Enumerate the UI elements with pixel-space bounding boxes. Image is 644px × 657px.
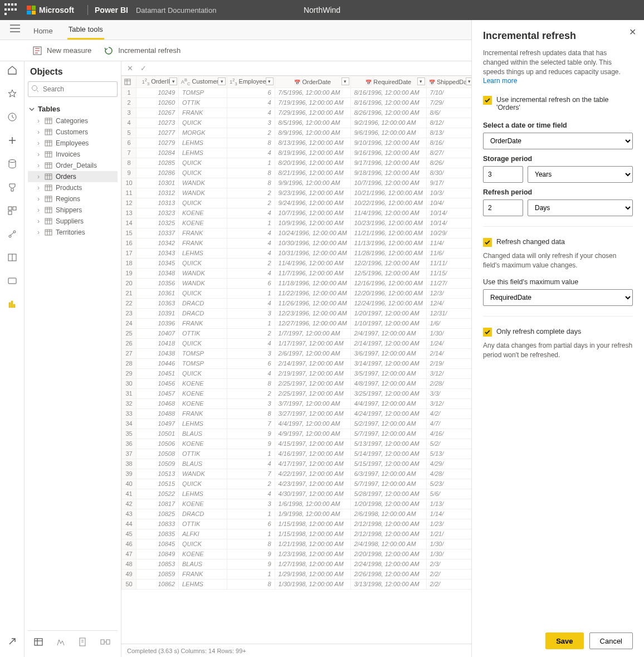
table-row[interactable]: 1910348WANDK411/7/1996, 12:00:00 AM12/5/… bbox=[122, 268, 475, 278]
table-row[interactable]: 4410833OTTIK61/15/1998, 12:00:00 AM2/12/… bbox=[122, 519, 475, 529]
home-icon[interactable] bbox=[7, 65, 18, 76]
column-filter-icon[interactable]: ▾ bbox=[417, 77, 425, 85]
view-table-icon[interactable] bbox=[32, 636, 45, 648]
column-orderid[interactable]: 123 OrderID▾ bbox=[136, 76, 179, 88]
table-row[interactable]: 3910513WANDK74/22/1997, 12:00:00 AM6/3/1… bbox=[122, 469, 475, 479]
column-filter-icon[interactable]: ▾ bbox=[169, 77, 177, 85]
table-row[interactable]: 4610845QUICK81/21/1998, 12:00:00 AM2/4/1… bbox=[122, 539, 475, 549]
table-row[interactable]: 110249TOMSP67/5/1996, 12:00:00 AM8/16/19… bbox=[122, 87, 475, 98]
column-orderdate[interactable]: 📅 OrderDate▾ bbox=[275, 76, 350, 88]
table-row[interactable]: 2110361QUICK111/22/1996, 12:00:00 AM12/2… bbox=[122, 288, 475, 298]
table-row[interactable]: 1310323KOENE410/7/1996, 12:00:00 AM11/4/… bbox=[122, 208, 475, 218]
table-row[interactable]: 2910451QUICK42/19/1997, 12:00:00 AM3/5/1… bbox=[122, 368, 475, 378]
table-customers[interactable]: ›Customers bbox=[28, 126, 118, 138]
table-row[interactable]: 1110312WANDK29/23/1996, 12:00:00 AM10/21… bbox=[122, 188, 475, 198]
goals-icon[interactable] bbox=[7, 182, 18, 193]
popout-icon[interactable] bbox=[7, 636, 18, 647]
column-filter-icon[interactable]: ▾ bbox=[341, 77, 349, 85]
table-row[interactable]: 4010515QUICK24/23/1997, 12:00:00 AM5/7/1… bbox=[122, 479, 475, 489]
table-row[interactable]: 2410396FRANK112/27/1996, 12:00:00 AM1/10… bbox=[122, 318, 475, 328]
table-row[interactable]: 410273QUICK38/5/1996, 12:00:00 AM9/2/199… bbox=[122, 118, 475, 128]
table-row[interactable]: 3710508OTTIK14/16/1997, 12:00:00 AM5/14/… bbox=[122, 449, 475, 459]
table-invoices[interactable]: ›Invoices bbox=[28, 149, 118, 160]
search-input[interactable] bbox=[28, 81, 118, 97]
tab-home[interactable]: Home bbox=[32, 22, 54, 40]
new-measure-button[interactable]: New measure bbox=[32, 46, 91, 56]
view-query-icon[interactable] bbox=[99, 636, 111, 648]
learn-more-link[interactable]: Learn more bbox=[483, 77, 517, 85]
table-row[interactable]: 4110522LEHMS44/30/1997, 12:00:00 AM5/28/… bbox=[122, 489, 475, 499]
table-row[interactable]: 1010301WANDK89/9/1996, 12:00:00 AM10/7/1… bbox=[122, 178, 475, 188]
table-orders[interactable]: ›Orders bbox=[28, 171, 118, 182]
table-row[interactable]: 1810345QUICK211/4/1996, 12:00:00 AM12/2/… bbox=[122, 258, 475, 268]
table-row[interactable]: 1610342FRANK410/30/1996, 12:00:00 AM11/1… bbox=[122, 238, 475, 248]
table-row[interactable]: 810285QUICK18/20/1996, 12:00:00 AM9/17/1… bbox=[122, 158, 475, 168]
column-requireddate[interactable]: 📅 RequiredDate▾ bbox=[350, 76, 426, 88]
table-employees[interactable]: ›Employees bbox=[28, 138, 118, 149]
table-order_details[interactable]: ›Order_Details bbox=[28, 160, 118, 171]
table-row[interactable]: 3810509BLAUS44/17/1997, 12:00:00 AM5/15/… bbox=[122, 459, 475, 469]
use-incremental-checkbox[interactable] bbox=[483, 96, 492, 105]
table-row[interactable]: 3610506KOENE94/15/1997, 12:00:00 AM5/13/… bbox=[122, 439, 475, 449]
table-row[interactable]: 3110457KOENE22/25/1997, 12:00:00 AM3/25/… bbox=[122, 388, 475, 398]
table-row[interactable]: 2610418QUICK41/17/1997, 12:00:00 AM2/14/… bbox=[122, 338, 475, 348]
table-row[interactable]: 310267FRANK47/29/1996, 12:00:00 AM8/26/1… bbox=[122, 108, 475, 118]
accept-formula-icon[interactable]: ✓ bbox=[138, 64, 148, 72]
table-row[interactable]: 2510407OTTIK21/7/1997, 12:00:00 AM2/4/19… bbox=[122, 328, 475, 338]
datasets-icon[interactable] bbox=[7, 158, 18, 169]
tables-group[interactable]: Tables bbox=[29, 105, 118, 113]
table-row[interactable]: 510277MORGK28/9/1996, 12:00:00 AM9/6/199… bbox=[122, 128, 475, 138]
table-row[interactable]: 3410497LEHMS74/4/1997, 12:00:00 AM5/2/19… bbox=[122, 418, 475, 429]
table-row[interactable]: 610279LEHMS88/13/1996, 12:00:00 AM9/10/1… bbox=[122, 138, 475, 148]
table-row[interactable]: 910286QUICK88/21/1996, 12:00:00 AM9/18/1… bbox=[122, 168, 475, 178]
create-icon[interactable] bbox=[7, 135, 18, 146]
cancel-formula-icon[interactable]: ✕ bbox=[125, 64, 135, 72]
apps-icon[interactable] bbox=[7, 205, 18, 216]
table-row[interactable]: 1710343LEHMS410/31/1996, 12:00:00 AM11/2… bbox=[122, 248, 475, 258]
table-row[interactable]: 3310488FRANK83/27/1997, 12:00:00 AM4/24/… bbox=[122, 408, 475, 418]
refresh-unit-select[interactable]: Days bbox=[528, 199, 633, 216]
table-row[interactable]: 2310391DRACD312/23/1996, 12:00:00 AM1/20… bbox=[122, 308, 475, 318]
cancel-button[interactable]: Cancel bbox=[589, 632, 633, 649]
table-row[interactable]: 3510501BLAUS94/9/1997, 12:00:00 AM5/7/19… bbox=[122, 429, 475, 439]
table-row[interactable]: 1210313QUICK29/24/1996, 12:00:00 AM10/22… bbox=[122, 198, 475, 208]
table-row[interactable]: 4210817KOENE31/6/1998, 12:00:00 AM1/20/1… bbox=[122, 499, 475, 509]
storage-value-input[interactable] bbox=[483, 166, 523, 183]
column-filter-icon[interactable]: ▾ bbox=[266, 77, 274, 85]
table-products[interactable]: ›Products bbox=[28, 182, 118, 193]
save-button[interactable]: Save bbox=[545, 632, 583, 649]
deployment-icon[interactable] bbox=[7, 228, 18, 240]
table-row[interactable]: 2210363DRACD411/26/1996, 12:00:00 AM12/2… bbox=[122, 298, 475, 308]
table-row[interactable]: 5010862LEHMS81/30/1998, 12:00:00 AM3/13/… bbox=[122, 579, 475, 589]
table-territories[interactable]: ›Territories bbox=[28, 227, 118, 238]
view-report-icon[interactable] bbox=[77, 636, 89, 648]
table-categories[interactable]: ›Categories bbox=[28, 115, 118, 126]
incremental-refresh-button[interactable]: Incremental refresh bbox=[104, 46, 180, 56]
app-launcher-icon[interactable] bbox=[4, 3, 18, 17]
table-regions[interactable]: ›Regions bbox=[28, 193, 118, 205]
tab-table-tools[interactable]: Table tools bbox=[67, 21, 104, 40]
table-row[interactable]: 2710438TOMSP32/6/1997, 12:00:00 AM3/6/19… bbox=[122, 348, 475, 358]
table-row[interactable]: 3010456KOENE82/25/1997, 12:00:00 AM4/8/1… bbox=[122, 378, 475, 388]
table-suppliers[interactable]: ›Suppliers bbox=[28, 216, 118, 227]
table-shippers[interactable]: ›Shippers bbox=[28, 205, 118, 216]
table-row[interactable]: 3210468KOENE33/7/1997, 12:00:00 AM4/4/19… bbox=[122, 398, 475, 408]
complete-days-checkbox[interactable] bbox=[483, 328, 492, 337]
column-shippeddate[interactable]: 📅 ShippedDate▾ bbox=[426, 76, 475, 88]
my-workspace-icon[interactable] bbox=[7, 299, 18, 310]
recent-icon[interactable] bbox=[7, 111, 18, 123]
favorite-icon[interactable] bbox=[7, 88, 18, 99]
workspaces-icon[interactable] bbox=[7, 275, 18, 286]
column-customerid[interactable]: ABC CustomerID▾ bbox=[179, 76, 227, 88]
table-row[interactable]: 4910859FRANK11/29/1998, 12:00:00 AM2/26/… bbox=[122, 569, 475, 579]
column-employeeid[interactable]: 123 EmployeeID▾ bbox=[227, 76, 275, 88]
storage-unit-select[interactable]: Years bbox=[528, 166, 633, 183]
table-row[interactable]: 2810446TOMSP62/14/1997, 12:00:00 AM3/14/… bbox=[122, 358, 475, 368]
refresh-changed-checkbox[interactable] bbox=[483, 238, 492, 247]
column-filter-icon[interactable]: ▾ bbox=[218, 77, 226, 85]
max-field-select[interactable]: RequiredDate bbox=[483, 289, 633, 306]
close-icon[interactable]: ✕ bbox=[629, 27, 636, 37]
date-field-select[interactable]: OrderDate bbox=[483, 133, 633, 149]
hamburger-icon[interactable] bbox=[10, 25, 20, 32]
table-row[interactable]: 710284LEHMS48/19/1996, 12:00:00 AM9/16/1… bbox=[122, 148, 475, 158]
